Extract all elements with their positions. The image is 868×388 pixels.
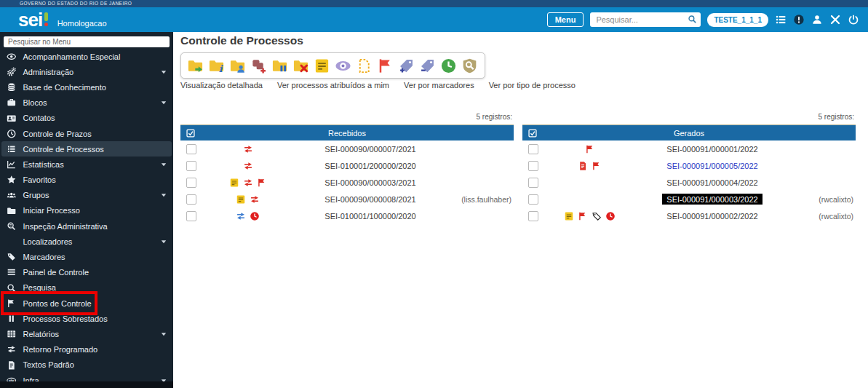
control-point-button[interactable] bbox=[377, 57, 394, 74]
conclude-process-button[interactable] bbox=[292, 57, 310, 74]
row-icons bbox=[544, 211, 635, 221]
sidebar-item-localizadores[interactable]: Localizadores bbox=[0, 234, 173, 249]
records-count: 5 registros: bbox=[522, 113, 856, 123]
process-number-link[interactable]: SEI-000091/000005/2022 bbox=[666, 162, 757, 170]
select-all-checkbox[interactable] bbox=[186, 128, 196, 138]
process-number-link[interactable]: SEI-010001/200000/2020 bbox=[324, 162, 415, 170]
ponto-de-controle-icon[interactable] bbox=[578, 211, 588, 221]
header-search-input[interactable] bbox=[590, 12, 701, 27]
ponto-de-controle-icon[interactable] bbox=[257, 178, 267, 188]
flag-icon bbox=[7, 298, 17, 309]
row-checkbox[interactable] bbox=[528, 194, 538, 205]
anotacao-icon[interactable] bbox=[564, 211, 574, 221]
link-processos-atribuidos[interactable]: Ver processos atribuídos a mim bbox=[277, 81, 389, 90]
process-number-link[interactable]: SEI-000091/000001/2022 bbox=[666, 145, 757, 154]
process-number-link-selected[interactable]: SEI-000091/000003/2022 bbox=[662, 194, 762, 205]
sidebar-item-relatorios[interactable]: Relatórios bbox=[0, 326, 173, 341]
power-icon[interactable] bbox=[848, 14, 859, 25]
inspection-button[interactable] bbox=[461, 57, 479, 74]
flag-icon bbox=[377, 58, 394, 74]
process-number-link[interactable]: SEI-000090/000003/2021 bbox=[324, 178, 415, 187]
retorno-programado-icon[interactable] bbox=[243, 144, 253, 154]
sidebar-item-processos-sobrestados[interactable]: Processos Sobrestados bbox=[0, 311, 173, 326]
process-number-link[interactable]: SEI-000090/000007/2021 bbox=[324, 145, 415, 154]
sidebar-item-favoritos[interactable]: Favoritos bbox=[0, 173, 173, 188]
row-checkbox[interactable] bbox=[528, 161, 538, 171]
remove-marker-button[interactable] bbox=[419, 57, 437, 74]
row-checkbox[interactable] bbox=[528, 178, 538, 188]
sidebar-item-administracao[interactable]: Administração bbox=[0, 64, 173, 79]
anotacao-icon[interactable] bbox=[229, 178, 239, 188]
process-info-button[interactable] bbox=[208, 57, 226, 74]
sidebar-item-contatos[interactable]: Contatos bbox=[0, 111, 173, 126]
process-number-link[interactable]: SEI-010001/100000/2020 bbox=[324, 212, 415, 221]
ponto-de-controle-icon[interactable] bbox=[585, 144, 595, 154]
include-in-block-button[interactable] bbox=[250, 57, 268, 74]
sidebar-item-controle-de-processos[interactable]: Controle de Processos bbox=[1, 141, 172, 157]
prazo-icon[interactable] bbox=[605, 211, 616, 221]
suspend-process-button[interactable] bbox=[271, 57, 289, 74]
menu-button[interactable]: Menu bbox=[547, 12, 584, 27]
select-all-checkbox[interactable] bbox=[527, 128, 538, 138]
include-document-button[interactable] bbox=[356, 57, 373, 74]
link-ver-por-tipo[interactable]: Ver por tipo de processo bbox=[489, 81, 576, 90]
sidebar-search-input[interactable] bbox=[4, 36, 170, 47]
sidebar-item-iniciar-processo[interactable]: Iniciar Processo bbox=[0, 203, 173, 218]
row-checkbox[interactable] bbox=[186, 194, 196, 205]
sidebar-item-blocos[interactable]: Blocos bbox=[0, 95, 173, 111]
sidebar-item-estatisticas[interactable]: Estatísticas bbox=[0, 157, 173, 172]
assign-process-button[interactable] bbox=[229, 57, 247, 74]
process-number-link[interactable]: SEI-000090/000008/2021 bbox=[324, 195, 415, 204]
user-unit-button[interactable]: TESTE_1_1_1 bbox=[707, 13, 768, 27]
search-icon[interactable] bbox=[688, 15, 697, 24]
row-checkbox[interactable] bbox=[186, 211, 196, 221]
sidebar-item-textos-padrao[interactable]: Textos Padrão bbox=[0, 357, 173, 373]
sidebar-item-retorno-programado[interactable]: Retorno Programado bbox=[0, 342, 173, 357]
sidebar-item-pesquisa[interactable]: Pesquisa bbox=[0, 280, 173, 296]
sidebar-item-acompanhamento-especial[interactable]: Acompanhamento Especial bbox=[0, 49, 173, 64]
folder-close-icon bbox=[292, 58, 309, 74]
retorno-programado-icon[interactable] bbox=[243, 161, 253, 171]
sidebar-item-pontos-de-controle[interactable]: Pontos de Controle bbox=[0, 296, 173, 311]
prazo-icon[interactable] bbox=[250, 211, 260, 221]
sidebar-item-base-de-conhecimento[interactable]: Base de Conhecimento bbox=[0, 79, 173, 95]
retorno-programado-icon[interactable] bbox=[243, 178, 253, 188]
row-checkbox[interactable] bbox=[528, 211, 538, 221]
link-ver-por-marcadores[interactable]: Ver por marcadores bbox=[404, 81, 474, 90]
marcador-icon[interactable] bbox=[592, 211, 602, 221]
icon-spacer bbox=[7, 237, 17, 247]
row-checkbox[interactable] bbox=[528, 144, 538, 154]
process-list-icon[interactable] bbox=[775, 14, 787, 25]
sidebar-item-inspecao-administrativa[interactable]: Inspeção Administrativa bbox=[0, 218, 173, 234]
sidebar-item-marcadores[interactable]: Marcadores bbox=[0, 249, 173, 264]
link-visualizacao-detalhada[interactable]: Visualização detalhada bbox=[180, 81, 263, 90]
special-follow-up-button[interactable] bbox=[335, 57, 352, 74]
sidebar-item-controle-de-prazos[interactable]: Controle de Prazos bbox=[0, 126, 173, 141]
user-icon[interactable] bbox=[811, 14, 823, 25]
deadline-control-button[interactable] bbox=[440, 57, 458, 74]
documento-icon[interactable] bbox=[578, 161, 588, 171]
table-gerados: 5 registros: Gerados SEI-000091/000001/2… bbox=[522, 113, 856, 224]
alert-icon[interactable] bbox=[793, 14, 805, 25]
tag-add-icon bbox=[398, 58, 415, 74]
retorno-programado-icon[interactable] bbox=[250, 194, 260, 205]
row-checkbox[interactable] bbox=[186, 161, 196, 171]
process-number-link[interactable]: SEI-000091/000002/2022 bbox=[666, 212, 757, 221]
sidebar-item-painel-de-controle[interactable]: Painel de Controle bbox=[0, 265, 173, 280]
anotacao-icon[interactable] bbox=[236, 194, 246, 205]
block-add-icon bbox=[250, 58, 267, 74]
add-marker-button[interactable] bbox=[398, 57, 415, 74]
row-checkbox[interactable] bbox=[186, 178, 196, 188]
app-header: sei Homologacao Menu TESTE_1_1_1 bbox=[0, 7, 868, 32]
process-number-link[interactable]: SEI-000091/000004/2022 bbox=[666, 178, 757, 187]
row-checkbox[interactable] bbox=[186, 144, 196, 154]
process-tables: 5 registros: Recebidos SEI-000090/000007… bbox=[180, 113, 856, 224]
sei-logo[interactable]: sei bbox=[18, 11, 48, 28]
sidebar-item-grupos[interactable]: Grupos bbox=[0, 188, 173, 203]
tools-icon[interactable] bbox=[829, 14, 841, 25]
send-process-button[interactable] bbox=[187, 57, 204, 74]
annotation-button[interactable] bbox=[314, 57, 331, 74]
ponto-de-controle-icon[interactable] bbox=[592, 161, 602, 171]
sei-logo-exclamation-icon bbox=[44, 12, 48, 26]
retorno-programado-icon[interactable] bbox=[236, 211, 246, 221]
